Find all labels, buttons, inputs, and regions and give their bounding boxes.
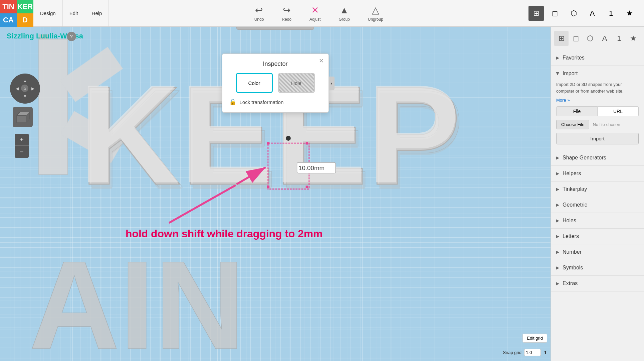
favorites-label: Favorites [563, 55, 585, 61]
text-view-icon[interactable]: A [585, 6, 600, 21]
letters-label: Letters [563, 233, 579, 239]
svg-rect-13 [267, 186, 269, 188]
nav-left[interactable]: ◀ [13, 85, 21, 92]
sidebar-hex-icon[interactable]: ⬡ [583, 31, 597, 46]
color-options: Color Hole [229, 73, 322, 93]
section-helpers: ▶ Helpers [551, 166, 644, 182]
star-view-icon[interactable]: ★ [622, 6, 637, 21]
right-sidebar: ⊞ ◻ ⬡ A 1 ★ ▶ Favorites ▶ Import Import … [551, 27, 644, 361]
svg-text:hold down shift while dragging: hold down shift while dragging to 2mm [126, 228, 323, 240]
import-content: Import 2D or 3D shapes from your compute… [551, 81, 644, 150]
undo-button[interactable]: ↩ Undo [250, 3, 268, 24]
import-arrow: ▶ [556, 72, 560, 75]
adjust-button[interactable]: ✕ Adjust [305, 3, 325, 24]
sidebar-text-icon[interactable]: A [598, 31, 612, 46]
nav-circle[interactable]: ▲ ◀ ⌂ ▶ ▼ [10, 74, 40, 104]
nav-tr [29, 77, 37, 85]
section-symbols: ▶ Symbols [551, 260, 644, 276]
view-cube[interactable] [13, 107, 33, 127]
favorites-header[interactable]: ▶ Favorites [551, 50, 644, 66]
import-button[interactable]: Import [556, 133, 639, 144]
favorites-arrow: ▶ [556, 55, 559, 60]
nav-design[interactable]: Design [33, 0, 63, 26]
hex-view-icon[interactable]: ⬡ [566, 6, 581, 21]
topbar: TIN KER CA D Design Edit Help ↩ Undo ↪ R… [0, 0, 644, 27]
import-header[interactable]: ▶ Import [551, 66, 644, 81]
nav-edit[interactable]: Edit [63, 0, 85, 26]
sidebar-box-icon[interactable]: ◻ [569, 31, 583, 46]
redo-button[interactable]: ↪ Redo [278, 3, 295, 24]
section-geometric: ▶ Geometric [551, 197, 644, 213]
helpers-header[interactable]: ▶ Helpers [551, 166, 644, 181]
symbols-arrow: ▶ [556, 265, 559, 270]
color-button[interactable]: Color [236, 73, 273, 93]
nav-home[interactable]: ⌂ [21, 85, 28, 92]
adjust-icon: ✕ [311, 5, 319, 16]
svg-text:AIN: AIN [29, 235, 245, 361]
symbols-header[interactable]: ▶ Symbols [551, 260, 644, 275]
ungroup-button[interactable]: △ Ungroup [364, 3, 387, 24]
grid-view-icon[interactable]: ⊞ [528, 6, 544, 21]
geometric-label: Geometric [563, 202, 587, 208]
geometric-header[interactable]: ▶ Geometric [551, 197, 644, 213]
nav-menus: Design Edit Help [33, 0, 109, 26]
shape-generators-label: Shape Generators [563, 155, 606, 161]
hole-label: Hole [291, 80, 301, 86]
tinkerplay-header[interactable]: ▶ Tinkerplay [551, 182, 644, 197]
logo[interactable]: TIN KER CA D [0, 0, 33, 27]
no-file-text: No file chosen [593, 122, 620, 127]
nav-up[interactable]: ▲ [21, 77, 29, 85]
number-view-icon[interactable]: 1 [603, 6, 619, 21]
file-tab[interactable]: File [556, 106, 598, 116]
navigation-widget[interactable]: ▲ ◀ ⌂ ▶ ▼ [10, 74, 40, 104]
number-header[interactable]: ▶ Number [551, 244, 644, 260]
logo-br: D [17, 13, 33, 27]
snap-grid-input[interactable] [524, 349, 541, 356]
group-icon: ▲ [340, 5, 349, 16]
sidebar-number-icon[interactable]: 1 [612, 31, 626, 46]
help-button[interactable]: ? [67, 32, 76, 41]
section-extras: ▶ Extras [551, 276, 644, 291]
svg-rect-27 [17, 115, 26, 123]
inspector-close-button[interactable]: ✕ [319, 57, 324, 65]
nav-down[interactable]: ▼ [21, 93, 29, 100]
zoom-in-button[interactable]: + [15, 134, 29, 146]
shape-generators-header[interactable]: ▶ Shape Generators [551, 150, 644, 165]
inspector-lock[interactable]: 🔒 Lock transformation [229, 98, 322, 106]
logo-tl: TIN [0, 0, 17, 13]
snap-grid-label: Snap grid [503, 350, 521, 355]
choose-file-button[interactable]: Choose File [556, 120, 589, 129]
canvas-area[interactable]: KEEP KEEP KEEP KEEP [0, 27, 551, 361]
sidebar-icon-bar: ⊞ ◻ ⬡ A 1 ★ [551, 27, 644, 50]
import-more-link[interactable]: More » [556, 98, 570, 103]
nav-right[interactable]: ▶ [29, 85, 37, 92]
edit-grid-button[interactable]: Edit grid [522, 334, 547, 343]
extras-header[interactable]: ▶ Extras [551, 276, 644, 291]
redo-icon: ↪ [283, 5, 290, 16]
snap-grid-stepper[interactable]: ⬆ [544, 350, 547, 355]
group-button[interactable]: ▲ Group [335, 3, 354, 24]
adjust-label: Adjust [309, 17, 320, 22]
section-import: ▶ Import Import 2D or 3D shapes from you… [551, 66, 644, 150]
color-label: Color [248, 80, 260, 86]
svg-rect-2 [39, 39, 68, 174]
holes-header[interactable]: ▶ Holes [551, 213, 644, 228]
section-shape-generators: ▶ Shape Generators [551, 150, 644, 166]
sidebar-grid-icon[interactable]: ⊞ [554, 31, 569, 46]
section-tinkerplay: ▶ Tinkerplay [551, 182, 644, 197]
svg-text:10.00mm: 10.00mm [298, 164, 325, 171]
url-tab[interactable]: URL [598, 106, 639, 116]
svg-rect-14 [306, 186, 308, 188]
zoom-out-button[interactable]: − [15, 146, 29, 158]
choose-file-row: Choose File No file chosen [556, 120, 639, 129]
geometric-arrow: ▶ [556, 203, 559, 207]
collapse-arrow[interactable]: › [329, 77, 335, 90]
nav-br [29, 93, 37, 100]
sidebar-star-icon[interactable]: ★ [626, 31, 641, 46]
letters-header[interactable]: ▶ Letters [551, 229, 644, 244]
box-view-icon[interactable]: ◻ [547, 6, 563, 21]
group-label: Group [339, 17, 350, 22]
ungroup-icon: △ [372, 5, 379, 16]
nav-help[interactable]: Help [85, 0, 109, 26]
hole-button[interactable]: Hole [278, 73, 315, 93]
